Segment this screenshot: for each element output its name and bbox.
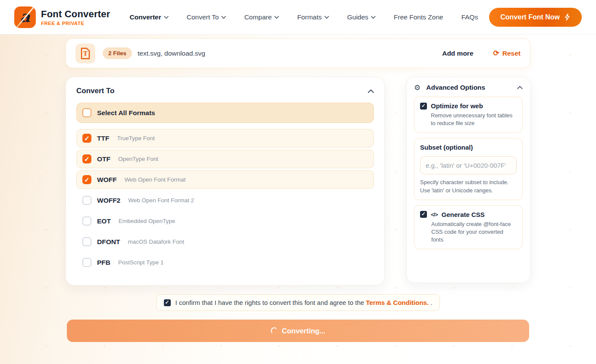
nav-item-label: Compare	[244, 13, 272, 21]
subset-description: Specify character subset to include. Use…	[420, 179, 517, 194]
app-logo-icon: a	[14, 6, 36, 28]
subset-label: Subset (optional)	[420, 144, 517, 151]
subset-input[interactable]	[420, 156, 517, 174]
add-more-button[interactable]: Add more	[442, 50, 473, 57]
generate-css-label: Generate CSS	[442, 211, 485, 218]
chevron-down-icon	[221, 16, 226, 19]
generate-css-checkbox[interactable]	[420, 211, 427, 218]
converting-label: Converting...	[282, 327, 326, 335]
format-row-dfont[interactable]: DFONTmacOS Datafork Font	[76, 232, 374, 251]
format-code: WOFF	[97, 176, 117, 184]
app-subtitle: FREE & PRIVATE	[41, 21, 110, 26]
refresh-icon: ⟳	[493, 50, 499, 57]
file-names: text.svg, download.svg	[138, 50, 205, 57]
nav-item-label: Convert To	[187, 13, 219, 21]
convert-font-now-button[interactable]: Convert Font Now	[489, 8, 582, 27]
format-checkbox-woff[interactable]	[82, 175, 91, 184]
format-code: DFONT	[97, 238, 120, 246]
chevron-down-icon	[164, 16, 169, 19]
format-row-woff2[interactable]: WOFF2Web Open Font Format 2	[76, 191, 374, 210]
optimize-checkbox[interactable]	[420, 103, 427, 110]
document-t-icon: T	[80, 47, 91, 60]
rights-confirm-checkbox[interactable]	[164, 299, 171, 306]
brand-text: Font Converter FREE & PRIVATE	[41, 9, 110, 26]
format-checkbox-ttf[interactable]	[82, 134, 91, 143]
subset-card: Subset (optional) Specify character subs…	[414, 138, 523, 200]
select-all-formats-row[interactable]: Select All Formats	[76, 103, 374, 123]
nav-item-formats[interactable]: Formats	[297, 13, 329, 21]
advanced-options-header: ⚙ Advanced Options	[414, 84, 523, 91]
format-row-ttf[interactable]: TTFTrueType Font	[76, 129, 374, 147]
chevron-up-icon[interactable]	[517, 86, 523, 89]
chevron-down-icon	[371, 16, 376, 19]
gear-icon: ⚙	[414, 84, 420, 91]
generate-css-row[interactable]: </> Generate CSS	[420, 211, 517, 218]
nav-item-label: Converter	[129, 13, 161, 21]
select-all-checkbox[interactable]	[82, 108, 91, 117]
reset-button[interactable]: ⟳ Reset	[493, 50, 521, 57]
generate-css-card: </> Generate CSS Automatically create @f…	[414, 205, 523, 250]
nav-item-label: Free Fonts Zone	[394, 13, 443, 21]
format-checkbox-pfb[interactable]	[82, 258, 91, 267]
format-row-woff[interactable]: WOFFWeb Open Font Format	[76, 170, 374, 189]
app-title: Font Converter	[41, 9, 110, 20]
file-count-badge: 2 Files	[103, 47, 132, 59]
format-code: WOFF2	[97, 197, 120, 204]
format-checkbox-dfont[interactable]	[82, 237, 91, 246]
brand[interactable]: a Font Converter FREE & PRIVATE	[14, 6, 110, 28]
svg-text:T: T	[84, 51, 88, 57]
format-code: OTF	[97, 155, 110, 163]
nav-item-label: Guides	[347, 13, 368, 21]
generate-css-description: Automatically create @font-face CSS code…	[431, 220, 517, 244]
nav-item-free-fonts-zone[interactable]: Free Fonts Zone	[394, 13, 443, 21]
code-icon: </>	[431, 211, 438, 218]
header: a Font Converter FREE & PRIVATE Converte…	[0, 0, 596, 35]
nav-item-faqs[interactable]: FAQs	[461, 13, 478, 21]
format-checkbox-eot[interactable]	[82, 217, 91, 226]
nav-item-label: FAQs	[461, 13, 478, 21]
format-checkbox-otf[interactable]	[82, 154, 91, 163]
format-checkbox-woff2[interactable]	[82, 196, 91, 205]
file-bar: T 2 Files text.svg, download.svg Add mor…	[66, 38, 530, 68]
main-nav: ConverterConvert ToCompareFormatsGuidesF…	[129, 13, 478, 21]
advanced-options-panel: ⚙ Advanced Options Optimize for web Remo…	[406, 77, 530, 283]
converting-button[interactable]: Converting...	[67, 320, 529, 342]
optimize-for-web-card: Optimize for web Remove unnecessary font…	[414, 97, 523, 133]
nav-item-converter[interactable]: Converter	[129, 13, 168, 21]
convert-to-header: Convert To	[76, 87, 374, 95]
format-description: Web Open Font Format 2	[128, 197, 194, 204]
chevron-down-icon	[274, 16, 279, 19]
chevron-up-icon[interactable]	[368, 89, 374, 93]
format-description: Web Open Font Format	[125, 176, 186, 183]
format-description: OpenType Font	[118, 156, 158, 162]
format-list: TTFTrueType FontOTFOpenType FontWOFFWeb …	[76, 129, 374, 272]
format-row-eot[interactable]: EOTEmbedded OpenType	[76, 212, 374, 230]
format-code: EOT	[97, 217, 111, 225]
format-description: TrueType Font	[117, 135, 154, 141]
format-description: PostScript Type 1	[118, 259, 164, 266]
cta-label: Convert Font Now	[500, 13, 560, 21]
format-code: TTF	[97, 135, 109, 142]
nav-item-convert-to[interactable]: Convert To	[187, 13, 226, 21]
terms-and-conditions-link[interactable]: Terms & Conditions.	[366, 299, 429, 306]
lightning-icon	[564, 13, 571, 21]
rights-confirm-text: I confirm that I have the rights to conv…	[176, 299, 433, 306]
optimize-row[interactable]: Optimize for web	[420, 102, 517, 110]
format-description: Embedded OpenType	[119, 218, 175, 224]
convert-to-title: Convert To	[76, 87, 114, 95]
chevron-down-icon	[324, 16, 329, 19]
advanced-options-title: Advanced Options	[426, 84, 485, 91]
optimize-label: Optimize for web	[431, 102, 483, 110]
optimize-description: Remove unnecessary font tables to reduce…	[431, 112, 517, 127]
main-area: Convert To Select All Formats TTFTrueTyp…	[66, 77, 530, 286]
nav-item-guides[interactable]: Guides	[347, 13, 376, 21]
convert-to-panel: Convert To Select All Formats TTFTrueTyp…	[66, 77, 385, 286]
content: T 2 Files text.svg, download.svg Add mor…	[66, 38, 530, 342]
format-row-pfb[interactable]: PFBPostScript Type 1	[76, 253, 374, 272]
nav-item-label: Formats	[297, 13, 322, 21]
format-code: PFB	[97, 259, 110, 267]
rights-confirm-row: I confirm that I have the rights to conv…	[156, 294, 440, 311]
nav-item-compare[interactable]: Compare	[244, 13, 279, 21]
format-row-otf[interactable]: OTFOpenType Font	[76, 150, 374, 168]
select-all-label: Select All Formats	[97, 109, 155, 117]
